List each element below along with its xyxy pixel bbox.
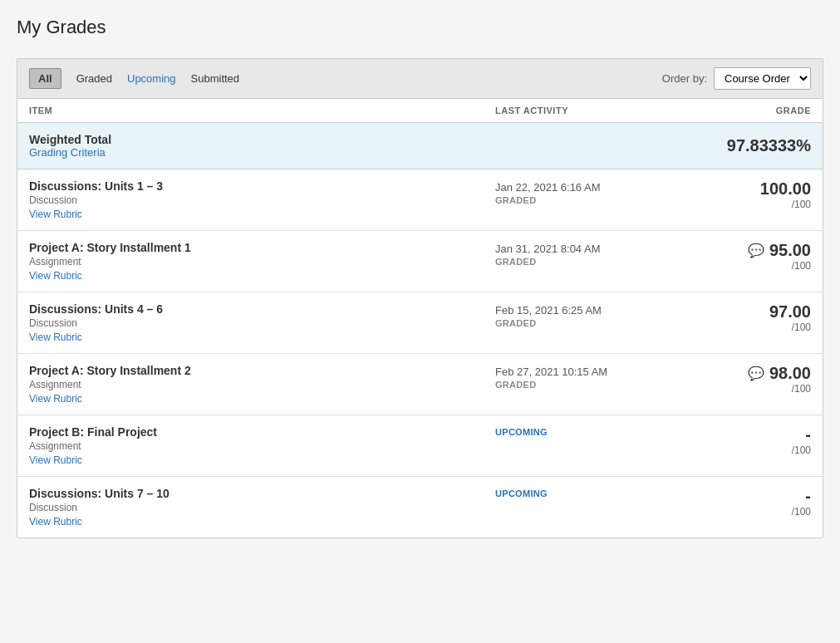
row-type: Assignment bbox=[29, 379, 495, 390]
row-item-row5: Project B: Final ProjectAssignmentView R… bbox=[29, 425, 495, 466]
weighted-total-grade: 97.83333% bbox=[678, 136, 811, 155]
page-title: My Grades bbox=[17, 17, 823, 38]
row-name: Project B: Final Project bbox=[29, 425, 495, 439]
row-activity: Jan 22, 2021 6:16 AMGRADED bbox=[495, 179, 678, 205]
row-type: Assignment bbox=[29, 256, 495, 268]
grade-outof: /100 bbox=[792, 199, 811, 210]
row-name: Discussions: Units 7 – 10 bbox=[29, 487, 495, 500]
grade-score: 95.00 bbox=[769, 241, 811, 260]
comment-icon: 💬 bbox=[748, 366, 764, 381]
view-rubric-link[interactable]: View Rubric bbox=[29, 209, 82, 220]
grade-outof: /100 bbox=[792, 444, 811, 456]
activity-date: Feb 27, 2021 10:15 AM bbox=[495, 366, 678, 378]
row-grade: 97.00/100 bbox=[678, 302, 811, 333]
grade-row: Discussions: Units 1 – 3DiscussionView R… bbox=[17, 169, 823, 231]
grade-row: Discussions: Units 7 – 10DiscussionView … bbox=[17, 477, 823, 537]
page-container: My Grades All Graded Upcoming Submitted … bbox=[0, 0, 840, 643]
score-row: 💬98.00 bbox=[748, 364, 811, 383]
header-last-activity: LAST ACTIVITY bbox=[495, 106, 678, 115]
activity-date: Jan 22, 2021 6:16 AM bbox=[495, 181, 678, 194]
row-activity: Jan 31, 2021 8:04 AMGRADED bbox=[495, 241, 678, 267]
row-item-row2: Project A: Story Installment 1Assignment… bbox=[29, 241, 495, 282]
row-grade: 💬98.00/100 bbox=[678, 364, 811, 395]
grade-row: Project A: Story Installment 1Assignment… bbox=[17, 231, 823, 292]
grade-score: 100.00 bbox=[760, 179, 811, 199]
score-row: - bbox=[805, 487, 811, 506]
row-name: Project A: Story Installment 1 bbox=[29, 241, 495, 254]
grade-outof: /100 bbox=[792, 383, 811, 395]
row-type: Assignment bbox=[29, 440, 495, 452]
grade-score: - bbox=[805, 425, 811, 444]
filter-bar: All Graded Upcoming Submitted Order by: … bbox=[17, 59, 823, 99]
row-grade: 💬95.00/100 bbox=[678, 241, 811, 272]
order-by-select[interactable]: Course Order bbox=[714, 67, 811, 90]
tab-graded[interactable]: Graded bbox=[76, 72, 112, 85]
activity-date: Jan 31, 2021 8:04 AM bbox=[495, 243, 678, 255]
grading-criteria-link[interactable]: Grading Criteria bbox=[29, 146, 106, 159]
score-row: 97.00 bbox=[769, 302, 811, 322]
activity-status: GRADED bbox=[495, 195, 678, 205]
header-item: ITEM bbox=[29, 106, 495, 115]
score-row: 100.00 bbox=[760, 179, 811, 199]
weighted-total-row: Weighted Total Grading Criteria 97.83333… bbox=[17, 123, 823, 169]
order-by-section: Order by: Course Order bbox=[662, 67, 811, 90]
view-rubric-link[interactable]: View Rubric bbox=[29, 516, 82, 528]
score-row: 💬95.00 bbox=[748, 241, 811, 260]
activity-status: GRADED bbox=[495, 318, 678, 328]
view-rubric-link[interactable]: View Rubric bbox=[29, 393, 82, 405]
grade-score: - bbox=[805, 487, 811, 506]
comment-icon: 💬 bbox=[748, 243, 764, 258]
row-type: Discussion bbox=[29, 194, 495, 206]
view-rubric-link[interactable]: View Rubric bbox=[29, 270, 82, 282]
tab-all[interactable]: All bbox=[29, 68, 61, 89]
grade-outof: /100 bbox=[792, 506, 811, 518]
activity-status: UPCOMING bbox=[495, 488, 678, 498]
order-by-label: Order by: bbox=[662, 72, 707, 85]
row-type: Discussion bbox=[29, 317, 495, 329]
header-grade: GRADE bbox=[678, 106, 811, 115]
row-grade: -/100 bbox=[678, 425, 811, 456]
view-rubric-link[interactable]: View Rubric bbox=[29, 454, 82, 466]
grade-row: Project B: Final ProjectAssignmentView R… bbox=[17, 415, 823, 477]
grade-score: 97.00 bbox=[769, 302, 811, 322]
grade-row: Project A: Story Installment 2Assignment… bbox=[17, 354, 823, 415]
grade-outof: /100 bbox=[792, 322, 811, 333]
table-header: ITEM LAST ACTIVITY GRADE bbox=[17, 99, 823, 123]
filter-tabs: All Graded Upcoming Submitted bbox=[29, 68, 662, 89]
view-rubric-link[interactable]: View Rubric bbox=[29, 331, 82, 343]
row-activity: UPCOMING bbox=[495, 487, 678, 498]
row-activity: UPCOMING bbox=[495, 425, 678, 437]
activity-status: GRADED bbox=[495, 380, 678, 390]
weighted-total-name: Weighted Total bbox=[29, 133, 495, 146]
row-item-row3: Discussions: Units 4 – 6DiscussionView R… bbox=[29, 302, 495, 343]
grade-score: 98.00 bbox=[769, 364, 811, 383]
row-grade: -/100 bbox=[678, 487, 811, 518]
activity-status: GRADED bbox=[495, 257, 678, 267]
row-name: Project A: Story Installment 2 bbox=[29, 364, 495, 377]
tab-upcoming[interactable]: Upcoming bbox=[127, 72, 176, 85]
grades-panel: All Graded Upcoming Submitted Order by: … bbox=[17, 58, 823, 538]
row-item-row6: Discussions: Units 7 – 10DiscussionView … bbox=[29, 487, 495, 528]
activity-date: Feb 15, 2021 6:25 AM bbox=[495, 304, 678, 317]
grade-row: Discussions: Units 4 – 6DiscussionView R… bbox=[17, 292, 823, 354]
grade-outof: /100 bbox=[792, 260, 811, 272]
row-grade: 100.00/100 bbox=[678, 179, 811, 210]
score-row: - bbox=[805, 425, 811, 444]
row-name: Discussions: Units 1 – 3 bbox=[29, 179, 495, 193]
weighted-total-item: Weighted Total Grading Criteria bbox=[29, 133, 495, 159]
row-item-row4: Project A: Story Installment 2Assignment… bbox=[29, 364, 495, 405]
row-type: Discussion bbox=[29, 502, 495, 513]
row-activity: Feb 15, 2021 6:25 AMGRADED bbox=[495, 302, 678, 328]
grade-rows-container: Discussions: Units 1 – 3DiscussionView R… bbox=[17, 169, 823, 537]
row-item-row1: Discussions: Units 1 – 3DiscussionView R… bbox=[29, 179, 495, 220]
row-name: Discussions: Units 4 – 6 bbox=[29, 302, 495, 316]
tab-submitted[interactable]: Submitted bbox=[191, 72, 240, 85]
activity-status: UPCOMING bbox=[495, 427, 678, 437]
row-activity: Feb 27, 2021 10:15 AMGRADED bbox=[495, 364, 678, 390]
